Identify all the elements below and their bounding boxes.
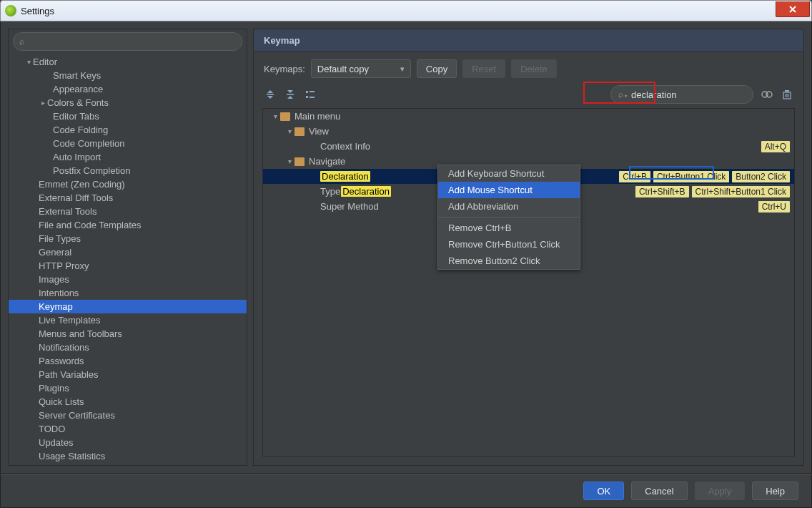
menu-remove-ctrl-b[interactable]: Remove Ctrl+B	[438, 220, 580, 236]
sidebar-item-plugins[interactable]: Plugins	[9, 381, 247, 395]
menu-remove-button2[interactable]: Remove Button2 Click	[438, 253, 580, 269]
sidebar-item-passwords[interactable]: Passwords	[9, 354, 247, 368]
sidebar-item-emmet[interactable]: Emmet (Zen Coding)	[9, 177, 247, 191]
sidebar-item-postfix-completion[interactable]: Postfix Completion	[9, 164, 247, 177]
sidebar-item-updates[interactable]: Updates	[9, 436, 247, 449]
menu-add-abbreviation[interactable]: Add Abbreviation	[438, 198, 580, 215]
sidebar-item-external-diff[interactable]: External Diff Tools	[9, 191, 247, 205]
sidebar-item-http-proxy[interactable]: HTTP Proxy	[9, 259, 247, 273]
sidebar-item-file-templates[interactable]: File and Code Templates	[9, 218, 247, 232]
ok-button[interactable]: OK	[583, 482, 624, 500]
folder-icon	[280, 112, 290, 121]
sidebar-item-file-types[interactable]: File Types	[9, 232, 247, 245]
menu-separator	[438, 217, 580, 218]
shortcut-badge: Ctrl+Shift+B	[635, 186, 689, 197]
sidebar-item-todo[interactable]: TODO	[9, 422, 247, 436]
reset-button[interactable]: Reset	[462, 59, 505, 78]
sidebar-item-intentions[interactable]: Intentions	[9, 286, 247, 300]
help-button[interactable]: Help	[752, 482, 798, 500]
search-icon: ⌕	[19, 36, 24, 47]
sidebar-search[interactable]: ⌕	[13, 32, 242, 51]
sidebar-item-colors-fonts[interactable]: Colors & Fonts	[9, 96, 247, 109]
shortcuts-declaration: Ctrl+B Ctrl+Button1 Click Button2 Click	[619, 171, 790, 182]
sidebar-item-menus-toolbars[interactable]: Menus and Toolbars	[9, 327, 247, 341]
clear-icon[interactable]	[781, 88, 793, 101]
shortcut-badge: Ctrl+U	[758, 201, 790, 213]
sidebar-tree: Editor Smart Keys Appearance Colors & Fo…	[9, 55, 247, 465]
sidebar-item-external-tools[interactable]: External Tools	[9, 205, 247, 218]
sidebar: ⌕ Editor Smart Keys Appearance Colors & …	[8, 29, 247, 466]
action-search[interactable]: ⌕▾	[610, 85, 753, 104]
sidebar-item-label: Editor	[33, 57, 57, 67]
keymaps-dropdown[interactable]: Default copy	[311, 59, 411, 78]
svg-rect-5	[306, 96, 308, 98]
keymaps-value: Default copy	[317, 64, 369, 74]
keymaps-label: Keymaps:	[264, 64, 305, 74]
edit-shortcut-icon[interactable]	[304, 88, 317, 101]
cancel-button[interactable]: Cancel	[631, 482, 687, 500]
expand-all-icon[interactable]	[264, 88, 277, 101]
svg-rect-3	[287, 94, 294, 95]
svg-rect-11	[785, 90, 789, 92]
sidebar-item-keymap[interactable]: Keymap	[9, 300, 247, 313]
svg-rect-7	[310, 97, 315, 98]
content: ⌕ Editor Smart Keys Appearance Colors & …	[0, 21, 812, 474]
dialog-footer: OK Cancel Apply Help	[0, 474, 812, 508]
sidebar-item-quick-lists[interactable]: Quick Lists	[9, 395, 247, 409]
tree-context-info[interactable]: Context Info Alt+Q	[263, 139, 794, 154]
shortcut-badge: Ctrl+Button1 Click	[653, 171, 729, 182]
sidebar-item-smart-keys[interactable]: Smart Keys	[9, 69, 247, 82]
keymap-tree: Main menu View Context Info Alt+Q Naviga…	[262, 108, 795, 456]
shortcut-badge: Button2 Click	[732, 171, 790, 182]
menu-add-keyboard-shortcut[interactable]: Add Keyboard Shortcut	[438, 165, 580, 182]
actions-toolbar: ⌕▾	[254, 84, 803, 108]
sidebar-item-auto-import[interactable]: Auto Import	[9, 150, 247, 164]
sidebar-item-editor[interactable]: Editor	[9, 55, 247, 69]
svg-point-9	[766, 92, 772, 97]
svg-rect-6	[310, 91, 315, 92]
close-icon	[788, 5, 797, 14]
action-search-input[interactable]	[631, 89, 751, 100]
copy-button[interactable]: Copy	[417, 59, 457, 78]
sidebar-item-notifications[interactable]: Notifications	[9, 341, 247, 354]
search-icon: ⌕▾	[618, 89, 628, 99]
sidebar-item-code-completion[interactable]: Code Completion	[9, 137, 247, 150]
page-title: Keymap	[254, 29, 803, 52]
sidebar-item-live-templates[interactable]: Live Templates	[9, 313, 247, 327]
tree-main-menu[interactable]: Main menu	[263, 109, 794, 124]
titlebar: Settings	[0, 0, 812, 21]
apply-button[interactable]: Apply	[695, 482, 746, 500]
sidebar-item-appearance[interactable]: Appearance	[9, 82, 247, 96]
svg-rect-2	[267, 94, 274, 95]
main-panel: Keymap Keymaps: Default copy Copy Reset …	[253, 29, 804, 466]
sidebar-item-images[interactable]: Images	[9, 273, 247, 286]
sidebar-item-code-folding[interactable]: Code Folding	[9, 123, 247, 137]
sidebar-item-path-variables[interactable]: Path Variables	[9, 368, 247, 381]
collapse-all-icon[interactable]	[284, 88, 297, 101]
window-title: Settings	[21, 6, 54, 16]
shortcut-badge: Ctrl+Shift+Button1 Click	[692, 186, 790, 197]
shortcut-badge: Ctrl+B	[619, 171, 650, 182]
menu-remove-ctrl-button1[interactable]: Remove Ctrl+Button1 Click	[438, 236, 580, 253]
menu-add-mouse-shortcut[interactable]: Add Mouse Shortcut	[438, 182, 580, 198]
svg-rect-4	[306, 91, 308, 93]
sidebar-item-server-certificates[interactable]: Server Certificates	[9, 409, 247, 422]
context-menu: Add Keyboard Shortcut Add Mouse Shortcut…	[437, 165, 580, 270]
sidebar-item-general[interactable]: General	[9, 245, 247, 259]
shortcut-badge: Alt+Q	[761, 141, 790, 152]
app-icon	[5, 5, 16, 16]
close-button[interactable]	[776, 1, 810, 17]
find-action-by-shortcut-icon[interactable]	[761, 88, 773, 101]
delete-button[interactable]: Delete	[511, 59, 557, 78]
folder-icon	[294, 157, 304, 166]
keymaps-toolbar: Keymaps: Default copy Copy Reset Delete	[254, 52, 803, 84]
sidebar-item-editor-tabs[interactable]: Editor Tabs	[9, 109, 247, 123]
sidebar-search-input[interactable]	[29, 36, 236, 47]
sidebar-item-usage-statistics[interactable]: Usage Statistics	[9, 449, 247, 463]
folder-icon	[294, 127, 304, 136]
tree-view[interactable]: View	[263, 124, 794, 139]
